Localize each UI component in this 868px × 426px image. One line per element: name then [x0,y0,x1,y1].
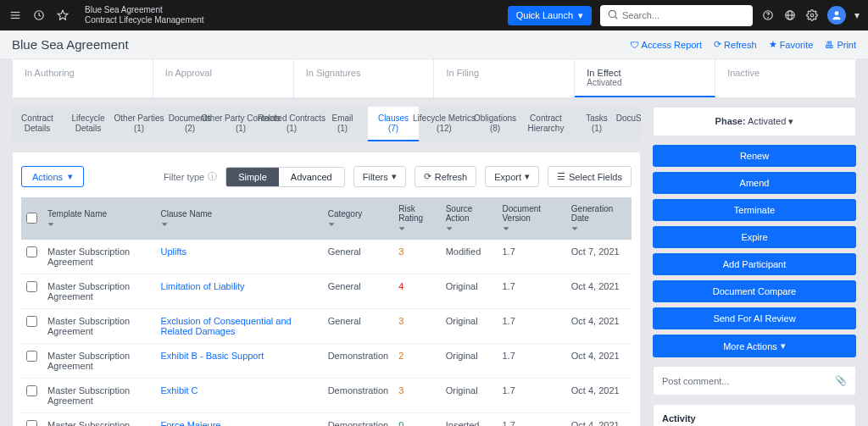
clause-link[interactable]: Exclusion of Consequential and Related D… [161,316,292,336]
refresh-button[interactable]: ⟳Refresh [714,39,757,50]
history-icon[interactable] [32,8,46,22]
cell-date: Oct 7, 2021 [566,240,632,274]
sub-tab[interactable]: Lifecycle Metrics(12) [419,107,470,141]
column-header[interactable] [21,197,42,240]
sub-tab[interactable]: Other Party Contacts(1) [215,107,266,141]
sub-tab[interactable]: Obligations(8) [470,107,520,141]
clause-link[interactable]: Uplifts [161,246,187,257]
help-icon[interactable] [761,8,775,22]
cell-source: Original [441,379,498,413]
clause-link[interactable]: Force Majeure [161,420,221,426]
clause-link[interactable]: Exhibit C [161,385,198,396]
table-row: Master Subscription AgreementUpliftsGene… [21,240,632,274]
filter-advanced[interactable]: Advanced [279,168,344,186]
quick-launch-button[interactable]: Quick Launch ▾ [508,6,592,25]
sub-tab[interactable]: ContractHierarchy [520,107,571,141]
svg-line-6 [615,16,617,19]
chevron-down-icon: ▾ [392,171,397,182]
phase-tab[interactable]: In Authoring [13,59,153,97]
print-button[interactable]: 🖶Print [825,40,856,50]
filter-icon[interactable]: ⏷ [571,224,626,233]
side-action-button[interactable]: Amend [653,172,856,194]
filter-icon[interactable]: ⏷ [47,220,151,229]
side-action-button[interactable]: Renew [653,145,856,167]
filter-icon[interactable]: ⏷ [446,224,492,233]
column-header[interactable]: Document Version⏷ [498,197,566,240]
side-action-button[interactable]: Terminate [653,199,856,221]
globe-icon[interactable] [783,8,797,22]
chevron-down-icon: ▾ [578,10,583,21]
row-checkbox[interactable] [26,385,37,396]
sub-tab[interactable]: DocuSign Status [622,107,641,141]
column-header[interactable]: Category⏷ [323,197,394,240]
grid-refresh-button[interactable]: ⟳Refresh [415,166,477,187]
attachment-icon[interactable]: 📎 [835,375,847,386]
side-action-button[interactable]: Expire [653,226,856,248]
sub-tab[interactable]: LifecycleDetails [63,107,114,141]
phase-tab[interactable]: In Filing [434,59,575,97]
star-icon[interactable] [56,8,70,22]
column-header[interactable]: Source Action⏷ [441,197,498,240]
sub-tab[interactable]: Related Contracts(1) [266,107,317,141]
column-header[interactable]: Risk Rating⏷ [393,197,441,240]
side-action-button[interactable]: Send For AI Review [653,307,856,329]
cell-category: Demonstration [323,379,394,413]
phase-tab[interactable]: Inactive [715,59,855,97]
avatar[interactable] [827,6,846,25]
sub-tab[interactable]: ContractDetails [12,107,63,141]
filters-button[interactable]: Filters▾ [353,166,406,187]
access-report-button[interactable]: 🛡Access Report [630,40,703,50]
row-checkbox[interactable] [26,420,37,426]
clause-link[interactable]: Limitation of Liability [161,281,245,291]
svg-point-13 [835,11,839,15]
comment-box[interactable]: Post comment... 📎 [653,366,856,396]
filter-icon[interactable]: ⏷ [161,220,318,229]
sub-tab[interactable]: Clauses(7) [368,107,419,141]
filter-icon[interactable]: ⏷ [398,224,436,233]
row-checkbox[interactable] [26,281,37,292]
gear-icon[interactable] [805,8,819,22]
filter-icon[interactable]: ⏷ [503,224,561,233]
table-row: Master Subscription AgreementExhibit CDe… [21,379,632,413]
sub-tab[interactable]: Tasks(1) [571,107,622,141]
search-box[interactable] [600,5,753,26]
menu-icon[interactable] [8,8,22,22]
phase-card[interactable]: Phase: Activated ▾ [653,107,856,136]
phase-tab[interactable]: In EffectActivated [575,59,715,97]
side-actions: RenewAmendTerminateExpireAdd Participant… [653,145,856,357]
svg-point-12 [810,14,814,17]
row-checkbox[interactable] [26,316,37,327]
filter-icon[interactable]: ⏷ [328,220,389,229]
side-action-button[interactable]: More Actions ▾ [653,335,856,357]
side-action-button[interactable]: Document Compare [653,280,856,302]
phase-tab[interactable]: In Signatures [294,59,435,97]
filter-type-toggle[interactable]: Simple Advanced [225,167,345,187]
sub-tab[interactable]: Other Parties(1) [114,107,164,141]
export-button[interactable]: Export▾ [485,166,539,187]
filter-simple[interactable]: Simple [226,168,279,186]
row-checkbox[interactable] [26,246,37,257]
actions-button[interactable]: Actions ▾ [21,166,84,187]
row-checkbox[interactable] [26,351,37,362]
sub-tab[interactable]: Email(1) [317,107,368,141]
sub-tab[interactable]: Documents(2) [164,107,215,141]
cell-category: Demonstration [323,344,394,379]
cell-category: General [323,309,394,344]
chevron-down-icon: ▾ [525,171,530,182]
column-header[interactable]: Generation Date⏷ [566,197,632,240]
clause-link[interactable]: Exhibit B - Basic Support [161,351,264,361]
select-all-checkbox[interactable] [26,213,37,224]
column-header[interactable]: Clause Name⏷ [156,197,323,240]
refresh-icon: ⟳ [424,171,431,182]
topbar: Blue Sea Agreement Contract Lifecycle Ma… [0,0,868,30]
select-fields-button[interactable]: ☰Select Fields [548,166,632,187]
print-icon: 🖶 [825,40,834,50]
favorite-button[interactable]: ★Favorite [769,39,814,50]
chevron-down-icon[interactable]: ▾ [854,9,860,21]
search-input[interactable] [622,10,746,20]
phase-tab[interactable]: In Approval [153,59,294,97]
side-action-button[interactable]: Add Participant [653,253,856,275]
column-header[interactable]: Template Name⏷ [42,197,156,240]
info-icon[interactable]: ⓘ [208,170,217,183]
cell-template: Master Subscription Agreement [42,379,156,413]
